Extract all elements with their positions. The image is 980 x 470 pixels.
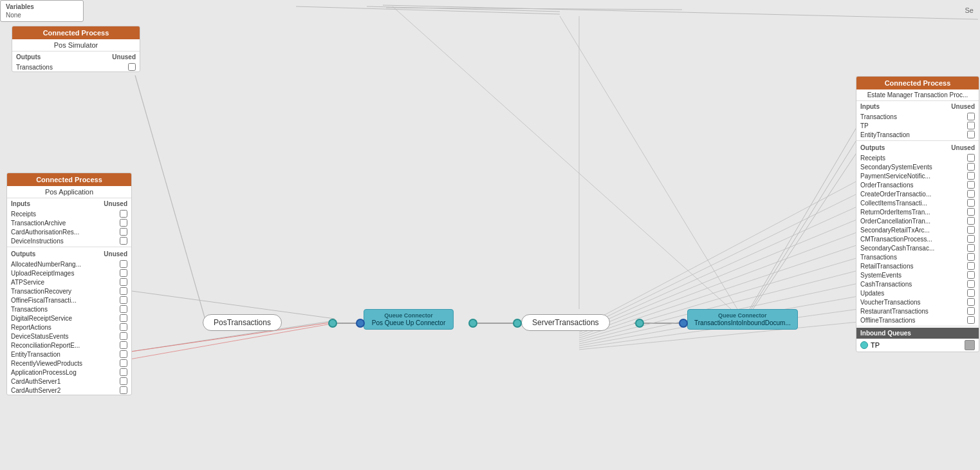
server-transactions-right-connector[interactable] bbox=[635, 319, 644, 328]
cb-devicestatus[interactable] bbox=[120, 332, 127, 340]
em-restauranttx-cb[interactable] bbox=[967, 307, 975, 315]
em-paymentnotif-cb[interactable] bbox=[967, 172, 975, 180]
pos-app-inputs-label: Inputs bbox=[11, 200, 30, 207]
variables-box-title: Variables bbox=[6, 3, 78, 10]
em-secsysevents-cb[interactable] bbox=[967, 163, 975, 171]
em-cmtx-cb[interactable] bbox=[967, 235, 975, 243]
cb-reconreport[interactable] bbox=[120, 341, 127, 349]
connections-svg bbox=[0, 0, 980, 470]
em-transactions-input-cb[interactable] bbox=[967, 113, 975, 120]
svg-line-21 bbox=[296, 6, 560, 14]
cb-transactions[interactable] bbox=[120, 305, 127, 313]
em-updates-cb[interactable] bbox=[967, 289, 975, 297]
em-retailtx-cb[interactable] bbox=[967, 262, 975, 270]
em-createorder-row: CreateOrderTransactio... bbox=[856, 189, 979, 198]
pos-simulator-subtitle: Pos Simulator bbox=[12, 39, 140, 52]
inbound-queue-tp-label: TP bbox=[871, 341, 962, 349]
pos-app-receipts-cb[interactable] bbox=[120, 210, 127, 218]
row-reportactions: ReportActions bbox=[7, 323, 131, 332]
em-paymentnotif-row: PaymentServiceNotific... bbox=[856, 171, 979, 180]
em-tp-row: TP bbox=[856, 121, 979, 130]
inbound-queue-tp-handle[interactable] bbox=[965, 340, 975, 350]
queue-connector-2-left-dot[interactable] bbox=[679, 319, 688, 328]
cb-uploadreceipt[interactable] bbox=[120, 269, 127, 277]
cb-appprocesslog[interactable] bbox=[120, 368, 127, 376]
em-ordertx-row: OrderTransactions bbox=[856, 180, 979, 189]
queue-connector-2-name: TransactionsIntoInboundDocum... bbox=[694, 319, 791, 326]
canvas: Variables None Se Connected Process Pos … bbox=[0, 0, 980, 470]
pos-simulator-header: Connected Process bbox=[12, 26, 140, 39]
row-entitytx: EntityTransaction bbox=[7, 350, 131, 359]
pos-sim-unused-label: Unused bbox=[112, 53, 136, 61]
row-allocnum: AllocatedNumberRang... bbox=[7, 259, 131, 268]
server-transactions-left-connector[interactable] bbox=[513, 319, 522, 328]
em-returnorder-cb[interactable] bbox=[967, 208, 975, 216]
inbound-queues-header: Inbound Queues bbox=[856, 328, 979, 339]
queue-connector-1-left-dot[interactable] bbox=[356, 319, 365, 328]
pos-app-header: Connected Process bbox=[7, 173, 131, 186]
server-transactions-node[interactable]: ServerTransactions bbox=[521, 314, 610, 331]
row-offlinefiscal: OffineFiscalTransacti... bbox=[7, 296, 131, 305]
pos-application-panel: Connected Process Pos Application Inputs… bbox=[6, 173, 132, 395]
em-tp-cb[interactable] bbox=[967, 122, 975, 129]
pos-sim-transactions-checkbox[interactable] bbox=[128, 63, 136, 71]
em-offlinetx-cb[interactable] bbox=[967, 316, 975, 324]
em-entitytx-row: EntityTransaction bbox=[856, 130, 979, 139]
svg-line-16 bbox=[579, 270, 858, 342]
em-vouchertx-cb[interactable] bbox=[967, 298, 975, 306]
em-entitytx-cb[interactable] bbox=[967, 131, 975, 138]
pos-app-txarchive-cb[interactable] bbox=[120, 219, 127, 227]
queue-connector-2-title: Queue Connector bbox=[694, 312, 791, 319]
em-vouchertx-row: VoucherTransactions bbox=[856, 297, 979, 306]
pos-transactions-node[interactable]: PosTransactions bbox=[203, 314, 282, 331]
cb-recentviewed[interactable] bbox=[120, 359, 127, 367]
queue-connector-1[interactable]: Queue Connector Pos Queue Up Connector bbox=[364, 309, 454, 330]
svg-line-7 bbox=[743, 137, 858, 322]
cb-cardauth1[interactable] bbox=[120, 377, 127, 385]
variables-box: Variables None bbox=[0, 0, 84, 22]
em-createorder-cb[interactable] bbox=[967, 190, 975, 198]
cb-entitytx[interactable] bbox=[120, 350, 127, 358]
em-transactions-out-cb[interactable] bbox=[967, 253, 975, 261]
queue-connector-2[interactable]: Queue Connector TransactionsIntoInboundD… bbox=[687, 309, 798, 330]
estate-manager-panel: Connected Process Estate Manager Transac… bbox=[856, 76, 979, 352]
pos-app-cardauth-cb[interactable] bbox=[120, 228, 127, 236]
pos-transactions-label: PosTransactions bbox=[214, 318, 271, 327]
queue-connector-1-right-dot[interactable] bbox=[468, 319, 477, 328]
cb-txrecovery[interactable] bbox=[120, 287, 127, 295]
cb-reportactions[interactable] bbox=[120, 323, 127, 331]
em-returnorder-row: ReturnOrderItemsTran... bbox=[856, 207, 979, 216]
pos-app-deviceinstr-cb[interactable] bbox=[120, 237, 127, 245]
pos-simulator-panel: Connected Process Pos Simulator Outputs … bbox=[12, 26, 140, 72]
em-sysevents-cb[interactable] bbox=[967, 271, 975, 279]
em-cashtx-cb[interactable] bbox=[967, 280, 975, 288]
svg-line-27 bbox=[383, 5, 978, 19]
em-collectitems-cb[interactable] bbox=[967, 199, 975, 207]
em-collectitems-row: CollectItemsTransacti... bbox=[856, 198, 979, 207]
svg-line-24 bbox=[393, 6, 743, 320]
em-ordercancel-cb[interactable] bbox=[967, 217, 975, 225]
pos-transactions-right-connector[interactable] bbox=[328, 319, 337, 328]
em-offlinetx-row: OfflineTransactions bbox=[856, 315, 979, 324]
cb-cardauth2[interactable] bbox=[120, 386, 127, 394]
pos-app-cardauth-row: CardAuthorisationRes... bbox=[7, 227, 131, 236]
em-outputs-unused: Unused bbox=[951, 144, 975, 151]
queue-connector-1-title: Queue Connector bbox=[371, 312, 447, 319]
pos-app-outputs-label: Outputs bbox=[11, 250, 35, 258]
cb-atp[interactable] bbox=[120, 278, 127, 286]
cb-allocnum[interactable] bbox=[120, 260, 127, 268]
cb-offlinefiscal[interactable] bbox=[120, 296, 127, 304]
svg-line-9 bbox=[579, 180, 858, 328]
row-reconreport: ReconciliationReportE... bbox=[7, 341, 131, 350]
pos-app-receipts-row: Receipts bbox=[7, 209, 131, 218]
em-receipts-cb[interactable] bbox=[967, 154, 975, 162]
pos-app-txarchive-row: TransactionArchive bbox=[7, 218, 131, 227]
em-seccash-cb[interactable] bbox=[967, 244, 975, 252]
row-digitalreceipt: DigitalReceiptService bbox=[7, 314, 131, 323]
row-atp: ATPService bbox=[7, 277, 131, 287]
em-ordercancel-row: OrderCancellationTran... bbox=[856, 216, 979, 225]
svg-line-22 bbox=[367, 6, 560, 12]
em-ordertx-cb[interactable] bbox=[967, 181, 975, 189]
em-secretail-cb[interactable] bbox=[967, 226, 975, 234]
cb-digitalreceipt[interactable] bbox=[120, 314, 127, 322]
